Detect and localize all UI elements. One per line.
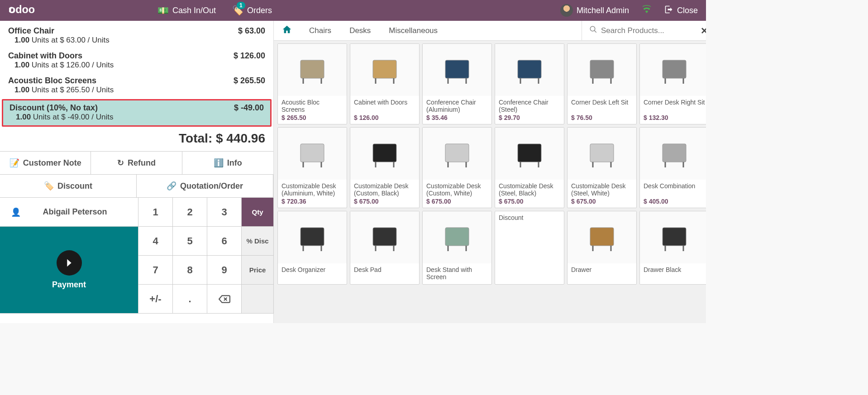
product-name: Desk Stand with Screen — [423, 263, 491, 281]
user-menu[interactable]: Mitchell Admin — [552, 0, 637, 21]
svg-rect-37 — [663, 144, 686, 162]
product-card[interactable]: Discount — [495, 211, 564, 285]
numpad-key[interactable] — [207, 285, 242, 314]
clear-search-icon[interactable]: ✕ — [701, 25, 706, 36]
numpad-key[interactable]: 8 — [173, 256, 207, 285]
customer-note-button[interactable]: 📝Customer Note — [0, 152, 91, 175]
category-tab[interactable]: Desks — [340, 26, 380, 35]
product-card[interactable]: Conference Chair (Steel) $ 29.70 — [495, 43, 564, 124]
person-icon: 👤 — [11, 207, 21, 217]
product-card[interactable]: Conference Chair (Aluminium) $ 35.46 — [422, 43, 492, 124]
connection-status — [637, 0, 656, 21]
product-card[interactable]: Customizable Desk (Steel, White) $ 675.0… — [567, 127, 637, 208]
order-line[interactable]: Discount (10%, No tax) 1.00 Units at $ -… — [2, 99, 272, 127]
product-name: Corner Desk Right Sit — [640, 96, 706, 114]
product-card[interactable]: Cabinet with Doors $ 126.00 — [350, 43, 420, 124]
link-icon: 🔗 — [167, 181, 176, 191]
close-button[interactable]: Close — [656, 0, 706, 21]
product-image — [278, 44, 347, 96]
product-grid: Acoustic Bloc Screens $ 265.50 Cabinet w… — [274, 41, 706, 323]
line-price: $ 126.00 — [234, 51, 265, 70]
product-image — [568, 128, 636, 180]
numpad-key[interactable]: 5 — [173, 227, 207, 256]
orders-button[interactable]: 🏷️ 1 Orders — [224, 0, 280, 21]
product-name: Customizable Desk (Custom, White) — [423, 180, 491, 198]
product-name: Customizable Desk (Aluminium, White) — [278, 180, 347, 198]
numpad-key[interactable]: 9 — [207, 256, 242, 285]
numpad-key[interactable]: 1 — [138, 198, 173, 227]
order-line[interactable]: Office Chair 1.00 Units at $ 63.00 / Uni… — [0, 24, 273, 48]
info-button[interactable]: ℹ️Info — [182, 152, 273, 175]
cash-in-out-button[interactable]: 💵 Cash In/Out — [149, 0, 224, 21]
svg-rect-52 — [663, 228, 686, 246]
category-tab[interactable]: Miscellaneous — [380, 26, 447, 35]
product-price: $ 29.70 — [495, 114, 564, 124]
line-detail: 1.00 Units at $ -49.00 / Units — [10, 113, 113, 122]
info-icon: ℹ️ — [214, 158, 224, 168]
product-price — [278, 281, 347, 284]
svg-rect-25 — [373, 144, 396, 162]
svg-rect-10 — [445, 60, 469, 78]
svg-rect-7 — [373, 60, 396, 78]
numpad-key[interactable]: +/- — [138, 285, 173, 314]
home-category-button[interactable] — [274, 24, 300, 37]
product-card[interactable]: Drawer Black — [639, 211, 706, 285]
product-card[interactable]: Customizable Desk (Custom, Black) $ 675.… — [350, 127, 420, 208]
product-panel: ChairsDesksMiscellaneous ✕ Acoustic Bloc… — [274, 21, 706, 323]
order-line[interactable]: Cabinet with Doors 1.00 Units at $ 126.0… — [0, 48, 273, 73]
product-card[interactable]: Acoustic Bloc Screens $ 265.50 — [277, 43, 347, 124]
product-card[interactable]: Desk Pad — [350, 211, 420, 285]
numpad-key[interactable]: . — [173, 285, 207, 314]
numpad-key[interactable]: 3 — [207, 198, 242, 227]
numpad-mode[interactable]: Qty — [242, 198, 274, 227]
product-price: $ 675.00 — [568, 198, 636, 208]
product-price: $ 675.00 — [495, 198, 564, 208]
numpad-key[interactable]: 2 — [173, 198, 207, 227]
product-name: Drawer Black — [640, 263, 706, 281]
payment-button[interactable]: Payment — [0, 227, 138, 314]
product-image — [423, 128, 491, 180]
orders-count-badge: 1 — [237, 2, 245, 9]
product-price: $ 76.50 — [568, 114, 636, 124]
numpad-key[interactable]: 7 — [138, 256, 173, 285]
refund-button[interactable]: ↻Refund — [91, 152, 182, 175]
product-image — [278, 211, 347, 263]
discount-button[interactable]: 🏷️Discount — [0, 175, 137, 198]
line-price: $ 63.00 — [238, 26, 265, 45]
product-card[interactable]: Customizable Desk (Steel, Black) $ 675.0… — [495, 127, 564, 208]
product-name: Customizable Desk (Custom, Black) — [350, 180, 419, 198]
category-tab[interactable]: Chairs — [300, 26, 340, 35]
logout-icon — [664, 5, 673, 16]
product-card[interactable]: Customizable Desk (Custom, White) $ 675.… — [422, 127, 492, 208]
product-card[interactable]: Corner Desk Right Sit $ 132.30 — [639, 43, 706, 124]
quotation-button[interactable]: 🔗Quotation/Order — [137, 175, 273, 198]
product-card[interactable]: Customizable Desk (Aluminium, White) $ 7… — [277, 127, 347, 208]
order-line[interactable]: Acoustic Bloc Screens 1.00 Units at $ 26… — [0, 73, 273, 98]
svg-rect-22 — [300, 144, 324, 162]
product-image — [568, 44, 636, 96]
product-search: ✕ — [582, 21, 706, 40]
odoo-logo[interactable]: odoo — [0, 0, 59, 21]
svg-rect-28 — [445, 144, 469, 162]
product-price — [568, 281, 636, 284]
product-card[interactable]: Desk Combination $ 405.00 — [639, 127, 706, 208]
numpad-mode[interactable]: % Disc — [242, 227, 274, 256]
tag-icon: 🏷️ — [44, 181, 54, 191]
product-card[interactable]: Desk Stand with Screen — [422, 211, 492, 285]
product-card[interactable]: Desk Organizer — [277, 211, 347, 285]
customer-button[interactable]: 👤 Abigail Peterson — [0, 198, 138, 227]
svg-rect-19 — [663, 60, 686, 78]
product-image — [640, 211, 706, 263]
svg-line-3 — [594, 30, 596, 33]
product-card[interactable]: Corner Desk Left Sit $ 76.50 — [567, 43, 637, 124]
cash-label: Cash In/Out — [172, 6, 216, 15]
product-price — [350, 281, 419, 284]
numpad-key[interactable]: 6 — [207, 227, 242, 256]
product-name: Conference Chair (Aluminium) — [423, 96, 491, 114]
search-input[interactable] — [601, 26, 697, 35]
category-bar: ChairsDesksMiscellaneous ✕ — [274, 21, 706, 41]
numpad-key[interactable]: 4 — [138, 227, 173, 256]
product-name: Desk Pad — [350, 263, 419, 281]
product-card[interactable]: Drawer — [567, 211, 637, 285]
numpad-mode[interactable]: Price — [242, 256, 274, 285]
